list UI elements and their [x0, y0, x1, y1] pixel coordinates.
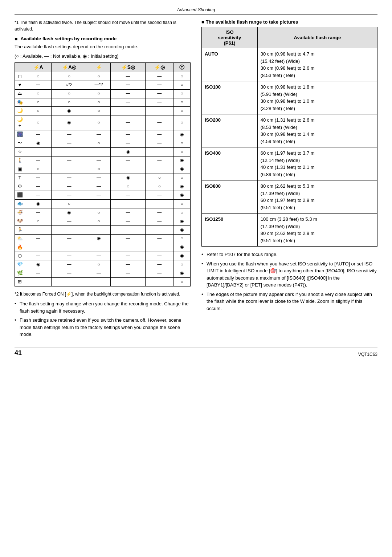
page-header: Advanced-Shooting — [15, 7, 377, 15]
flash-setting-cell: — — [52, 147, 87, 156]
flash-setting-cell: — — [111, 225, 146, 234]
flash-setting-cell: — — [111, 98, 146, 107]
flash-setting-cell: — — [146, 260, 173, 269]
flash-setting-cell: — — [25, 156, 52, 165]
flash-setting-cell: ○ — [173, 98, 191, 107]
flash-setting-cell: — — [111, 234, 146, 243]
header-title: Advanced-Shooting — [177, 7, 215, 12]
section1-heading: ■ Available flash settings by recording … — [15, 36, 191, 42]
flash-setting-cell: ○ — [87, 115, 111, 130]
flash-setting-cell: — — [146, 81, 173, 89]
flash-setting-cell: — — [111, 115, 146, 130]
iso-value: AUTO — [202, 48, 258, 81]
right-bullet-list: Refer to P107 for the focus range.When y… — [201, 251, 377, 312]
flash-setting-cell: ○ — [173, 89, 191, 98]
flash-setting-cell: — — [25, 191, 52, 200]
flash-setting-cell: ◉ — [111, 147, 146, 156]
flash-setting-cell: — — [87, 269, 111, 278]
left-column: *1 The flash is activated twice. The sub… — [15, 19, 191, 340]
flash-setting-cell: — — [146, 89, 173, 98]
flash-setting-cell: — — [111, 243, 146, 252]
flash-setting-cell: — — [25, 225, 52, 234]
flash-setting-cell: — — [111, 269, 146, 278]
left-bullet-list: The flash setting may change when you ch… — [15, 300, 191, 338]
flash-setting-cell: — — [25, 174, 52, 182]
row-mode-icon: 🌙 — [15, 107, 25, 115]
footnote2-text: It becomes Forced ON [⚡], when the backl… — [20, 292, 180, 297]
flash-col-1: ⚡A — [25, 63, 52, 72]
flash-setting-cell: ○ — [52, 72, 87, 81]
flash-setting-cell: ◉ — [173, 156, 191, 165]
page-number: 41 — [15, 349, 22, 357]
row-mode-icon: ⛅ — [15, 234, 25, 243]
flash-setting-cell: — — [25, 130, 52, 139]
page-footer: 41 VQT1C63 — [15, 347, 377, 357]
flash-setting-cell: — — [146, 98, 173, 107]
flash-setting-cell: ○ — [87, 260, 111, 269]
footnote1-marker: *1 — [15, 20, 19, 25]
flash-setting-cell: — — [146, 234, 173, 243]
flash-setting-cell: ○ — [146, 182, 173, 191]
flash-setting-cell: ○ — [111, 182, 146, 191]
flash-setting-cell: — — [25, 269, 52, 278]
flash-setting-cell: ○ — [173, 200, 191, 208]
flash-setting-cell: ○ — [173, 81, 191, 89]
flash-setting-cell: ○ — [87, 72, 111, 81]
flash-setting-cell: ○ — [25, 217, 52, 226]
row-mode-icon: 🎆 — [15, 130, 25, 139]
row-mode-icon: 🏃 — [15, 225, 25, 234]
list-item: When you use the flash when you have set… — [201, 260, 377, 289]
flash-col-3: ⚡ — [87, 63, 111, 72]
flash-setting-cell: ◉ — [87, 234, 111, 243]
row-mode-icon: 🔥 — [15, 243, 25, 252]
flash-setting-cell: ◉ — [173, 269, 191, 278]
flash-setting-cell: ○ — [52, 98, 87, 107]
right-square-icon: ■ — [201, 19, 204, 25]
flash-setting-cell: — — [111, 200, 146, 208]
flash-setting-cell: — — [146, 278, 173, 286]
list-item: Refer to P107 for the focus range. — [201, 251, 377, 258]
flash-setting-cell: — — [25, 81, 52, 89]
flash-setting-cell: — — [111, 81, 146, 89]
row-mode-icon: ⊞ — [15, 278, 25, 286]
iso-col-header: ISOsensitivity(P61) — [202, 27, 258, 48]
flash-setting-cell: ○ — [52, 89, 87, 98]
flash-setting-cell: ◉ — [25, 139, 52, 148]
flash-setting-cell: ○ — [146, 174, 173, 182]
flash-setting-cell: — — [52, 225, 87, 234]
row-mode-icon: 🐶 — [15, 217, 25, 226]
right-intro-text: The available flash range to take pictur… — [206, 19, 298, 25]
footnote2-marker: *2 — [15, 292, 19, 297]
section1-body: The available flash settings depend on t… — [15, 43, 191, 50]
flash-setting-cell: ○ — [25, 115, 52, 130]
flash-setting-cell: — — [146, 147, 173, 156]
flash-col-2: ⚡A◎ — [52, 63, 87, 72]
flash-col-0 — [15, 63, 25, 72]
iso-value: ISO200 — [202, 114, 258, 147]
flash-range-value: 30 cm (0.98 feet) to 1.8 m (5.91 feet) (… — [257, 81, 377, 114]
iso-value: ISO100 — [202, 81, 258, 114]
footnote2: *2 It becomes Forced ON [⚡], when the ba… — [15, 291, 191, 297]
flash-setting-cell: — — [111, 165, 146, 174]
flash-setting-cell: — — [146, 130, 173, 139]
flash-setting-cell: — — [52, 165, 87, 174]
iso-flash-table: ISOsensitivity(P61) Available flash rang… — [201, 27, 377, 247]
flash-setting-cell: — — [87, 225, 111, 234]
flash-setting-cell: ◉ — [25, 260, 52, 269]
flash-setting-cell: — — [111, 139, 146, 148]
row-mode-icon: 🌿 — [15, 269, 25, 278]
flash-setting-cell: ◉ — [173, 165, 191, 174]
flash-setting-cell: — — [87, 156, 111, 165]
flash-setting-cell: ◉ — [173, 191, 191, 200]
flash-setting-cell: — — [146, 165, 173, 174]
flash-setting-cell: — — [111, 156, 146, 165]
flash-setting-cell: ◉ — [173, 130, 191, 139]
flash-setting-cell: ○ — [173, 208, 191, 217]
row-mode-icon: T — [15, 174, 25, 182]
legend-text: (○ : Available, — : Not available, ◉ : I… — [15, 53, 191, 60]
flash-setting-cell: — — [52, 252, 87, 260]
flash-col-4: ⚡S◎ — [111, 63, 146, 72]
flash-range-value: 30 cm (0.98 feet) to 4.7 m (15.42 feet) … — [257, 48, 377, 81]
flash-setting-cell: ○ — [87, 165, 111, 174]
row-mode-icon: ▣ — [15, 165, 25, 174]
